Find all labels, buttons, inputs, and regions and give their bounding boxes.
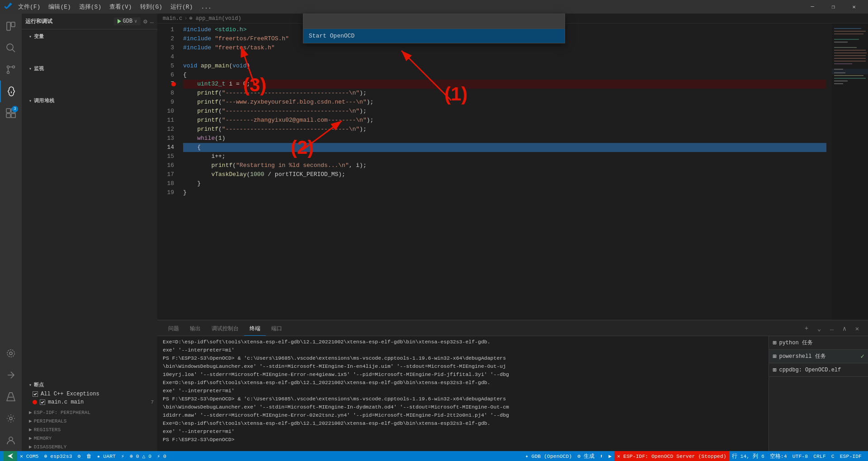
disassembly-label: DISASSEMBLY xyxy=(34,444,67,450)
code-line-13: while(1) xyxy=(183,134,826,143)
svg-rect-32 xyxy=(834,78,866,79)
tab-ports[interactable]: 端口 xyxy=(266,322,288,336)
memory-item[interactable]: ▶ MEMORY xyxy=(22,434,157,442)
esp-peripheral-item[interactable]: ▶ ESP-IDF: PERIPHERAL xyxy=(22,408,157,417)
code-line-7: uint32_t i = 0; xyxy=(183,80,826,89)
peripherals-item[interactable]: ▶ PERIPHERALS xyxy=(22,417,157,425)
main-c-checkbox[interactable] xyxy=(40,399,45,405)
openocd-task-label: cppdbg: OpenOCD.elf xyxy=(779,367,841,373)
status-lang[interactable]: C xyxy=(829,451,837,461)
tab-output[interactable]: 输出 xyxy=(184,322,206,336)
status-bar: ✕ COM5 ⊕ esp32s3 ⚙ 🗑 ★ UART ⚡ ⊕ 0 △ 0 ⚡ … xyxy=(0,451,868,461)
activity-debug[interactable] xyxy=(0,81,22,102)
status-com5[interactable]: ✕ COM5 xyxy=(17,451,41,461)
status-flash[interactable]: ⚡ xyxy=(118,451,127,461)
variables-header[interactable]: ▾ 变量 xyxy=(22,31,157,42)
menu-file[interactable]: 文件(F) xyxy=(14,1,44,13)
menu-select[interactable]: 选择(S) xyxy=(75,1,105,13)
activity-search[interactable] xyxy=(0,37,22,59)
status-vscode-icon[interactable] xyxy=(4,451,17,461)
main-c-line: 7 xyxy=(151,399,154,405)
terminal-split-btn[interactable]: ⌄ xyxy=(814,323,825,334)
disassembly-item[interactable]: ▶ DISASSEMBLY xyxy=(22,442,157,451)
activity-git[interactable] xyxy=(0,59,22,81)
openocd-stopped-text: ✕ ESP-IDF: OpenOCD Server (Stopped) xyxy=(617,453,726,459)
python-task-item[interactable]: ⊞ python 任务 xyxy=(769,336,868,350)
callstack-header[interactable]: ▾ 调用堆栈 xyxy=(22,95,157,106)
command-palette-item[interactable]: Start OpenOCD xyxy=(303,29,565,43)
more-button[interactable]: … xyxy=(150,18,154,25)
status-warnings[interactable]: ⚡ 0 xyxy=(154,451,169,461)
callstack-section: ▾ 调用堆栈 xyxy=(22,94,157,108)
menu-run[interactable]: 运行(R) xyxy=(167,1,196,13)
all-cpp-checkbox[interactable] xyxy=(33,391,38,397)
all-cpp-exceptions-item[interactable]: All C++ Exceptions xyxy=(22,390,157,398)
status-gear[interactable]: ⚙ xyxy=(75,451,84,461)
openocd-icon: ⊞ xyxy=(773,366,776,374)
maximize-button[interactable]: ❐ xyxy=(823,0,844,14)
activity-account[interactable] xyxy=(0,429,22,451)
svg-line-3 xyxy=(12,49,15,52)
status-esp-idf[interactable]: ESP-IDF xyxy=(837,451,864,461)
svg-rect-17 xyxy=(834,31,866,32)
main-c-breakpoint-item[interactable]: main.c main 7 xyxy=(22,398,157,406)
terminal-max-btn[interactable]: ∧ xyxy=(839,323,850,334)
code-line-16: printf("Restarting in %ld seconds...\n",… xyxy=(183,161,826,170)
activity-test[interactable] xyxy=(0,386,22,408)
activity-extensions[interactable]: 3 xyxy=(0,102,22,124)
activity-settings[interactable] xyxy=(0,408,22,429)
code-line-9: printf("---www.zyxbeyourself.blog.csdn.n… xyxy=(183,98,826,107)
status-esp32s3[interactable]: ⊕ esp32s3 xyxy=(41,451,75,461)
line-num-18: 18 xyxy=(157,179,174,188)
terminal-content[interactable]: Exe=D:\esp-idf\soft\tools\xtensa-esp-elf… xyxy=(157,336,769,451)
status-openocd-stopped[interactable]: ✕ ESP-IDF: OpenOCD Server (Stopped) xyxy=(614,451,729,461)
code-line-5: void app_main(void) xyxy=(183,62,826,71)
activity-bar: 3 xyxy=(0,14,22,451)
status-uart[interactable]: ★ UART xyxy=(94,451,118,461)
terminal-close-btn[interactable]: ✕ xyxy=(852,323,863,334)
activity-esp[interactable] xyxy=(0,342,22,364)
openocd-task-item[interactable]: ⊞ cppdbg: OpenOCD.elf xyxy=(769,363,868,377)
activity-explorer[interactable] xyxy=(0,15,22,37)
activity-remote[interactable] xyxy=(0,364,22,386)
watch-header[interactable]: ▾ 监视 xyxy=(22,63,157,74)
status-upload[interactable]: ⬆ xyxy=(597,451,606,461)
svg-point-5 xyxy=(13,66,15,68)
status-trash[interactable]: 🗑 xyxy=(84,451,94,461)
status-eol[interactable]: CRLF xyxy=(811,451,829,461)
terminal-more-btn[interactable]: … xyxy=(826,323,837,334)
tab-debug-console[interactable]: 调试控制台 xyxy=(206,322,244,336)
status-gdb[interactable]: ✦ GDB (OpenOCD) xyxy=(523,451,575,461)
menu-view[interactable]: 查看(V) xyxy=(106,1,135,13)
status-errors[interactable]: ⊕ 0 △ 0 xyxy=(127,451,154,461)
svg-rect-26 xyxy=(834,61,866,62)
extensions-badge: 3 xyxy=(12,106,18,112)
status-line-col[interactable]: 行 14, 列 6 xyxy=(729,451,767,461)
menu-goto[interactable]: 转到(G) xyxy=(137,1,166,13)
code-content[interactable]: #include <stdio.h> #include "freertos/Fr… xyxy=(178,24,832,320)
menu-edit[interactable]: 编辑(E) xyxy=(45,1,74,13)
tab-terminal[interactable]: 终端 xyxy=(244,322,266,336)
minimize-button[interactable]: — xyxy=(802,0,823,14)
status-spaces[interactable]: 空格:4 xyxy=(767,451,790,461)
gear-button[interactable]: ⚙ xyxy=(143,18,147,25)
line-num-10: 10 xyxy=(157,107,174,116)
code-line-18: } xyxy=(183,179,826,188)
status-encoding[interactable]: UTF-8 xyxy=(790,451,811,461)
close-button[interactable]: ✕ xyxy=(844,0,864,14)
terminal-add-btn[interactable]: + xyxy=(801,323,812,334)
code-line-12: printf("--------------------------------… xyxy=(183,125,826,134)
watch-label: 监视 xyxy=(34,65,44,72)
line-num-16: 16 xyxy=(157,161,174,170)
status-build[interactable]: ⚙ 生成 xyxy=(575,451,597,461)
registers-item[interactable]: ▶ REGISTERS xyxy=(22,425,157,434)
breadcrumb-file: main.c xyxy=(163,15,182,22)
svg-point-15 xyxy=(9,437,13,441)
powershell-task-item[interactable]: ⊞ powershell 任务 ✓ xyxy=(769,350,868,363)
menu-more[interactable]: ... xyxy=(197,2,215,12)
status-run[interactable]: ▶ xyxy=(606,451,614,461)
command-palette-input[interactable] xyxy=(303,14,565,29)
breakpoints-header[interactable]: ▾ 断点 xyxy=(22,380,157,390)
play-button[interactable]: GDB ∨ xyxy=(114,17,141,25)
tab-problems[interactable]: 问题 xyxy=(163,322,184,336)
